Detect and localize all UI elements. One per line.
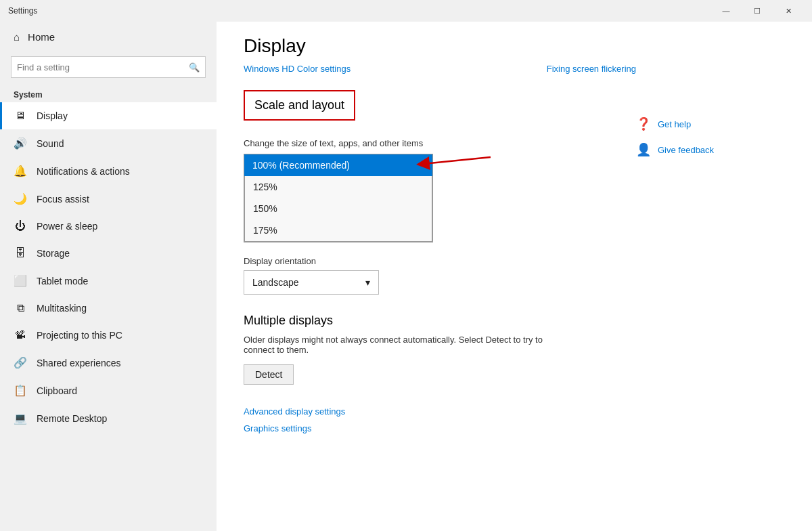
sidebar-item-projecting[interactable]: 📽 Projecting to this PC xyxy=(0,322,217,349)
home-icon: ⌂ xyxy=(14,31,20,43)
multiple-displays-desc: Older displays might not always connect … xyxy=(244,335,555,355)
minimize-button[interactable]: — xyxy=(710,0,742,22)
sidebar-label-display: Display xyxy=(37,110,68,121)
sound-icon: 🔊 xyxy=(14,137,27,150)
scale-section-title: Scale and layout xyxy=(254,98,344,112)
dropdown-option-125[interactable]: 125% xyxy=(245,176,432,198)
storage-icon: 🗄 xyxy=(14,247,27,259)
sidebar-item-shared[interactable]: 🔗 Shared experiences xyxy=(0,349,217,377)
svg-line-0 xyxy=(423,157,491,164)
sidebar-item-power[interactable]: ⏻ Power & sleep xyxy=(0,213,217,240)
projecting-icon: 📽 xyxy=(14,329,27,341)
focus-icon: 🌙 xyxy=(14,192,27,205)
sidebar-label-notifications: Notifications & actions xyxy=(37,166,130,177)
sidebar-item-sound[interactable]: 🔊 Sound xyxy=(0,129,217,157)
sidebar-item-clipboard[interactable]: 📋 Clipboard xyxy=(0,377,217,404)
give-feedback-icon: 👤 xyxy=(636,142,651,157)
window-controls: — ☐ ✕ xyxy=(710,0,804,22)
sidebar-item-remote[interactable]: 💻 Remote Desktop xyxy=(0,404,217,432)
dropdown-option-175[interactable]: 175% xyxy=(245,219,432,241)
detect-button[interactable]: Detect xyxy=(244,364,294,385)
sidebar-item-display[interactable]: 🖥 Display xyxy=(0,102,217,129)
sidebar-item-tablet[interactable]: ⬜ Tablet mode xyxy=(0,267,217,295)
sidebar-label-power: Power & sleep xyxy=(37,221,97,232)
windows-hd-color-link[interactable]: Windows HD Color settings xyxy=(244,64,351,74)
give-feedback-link[interactable]: Give feedback xyxy=(658,145,714,155)
home-label: Home xyxy=(28,31,55,43)
sidebar-label-clipboard: Clipboard xyxy=(37,385,77,396)
right-panel: ❓ Get help 👤 Give feedback xyxy=(636,35,785,504)
sidebar-label-storage: Storage xyxy=(37,248,70,259)
dropdown-list: 125% 150% 175% xyxy=(244,176,432,242)
orientation-label: Display orientation xyxy=(244,256,636,266)
search-box[interactable]: 🔍 xyxy=(11,56,206,78)
scale-section-box: Scale and layout xyxy=(244,90,355,121)
shared-icon: 🔗 xyxy=(14,356,27,369)
search-input[interactable] xyxy=(17,62,185,72)
advanced-display-link[interactable]: Advanced display settings xyxy=(244,406,636,417)
give-feedback-item[interactable]: 👤 Give feedback xyxy=(636,142,785,157)
power-icon: ⏻ xyxy=(14,220,27,232)
sidebar-item-home[interactable]: ⌂ Home xyxy=(0,22,217,52)
maximize-button[interactable]: ☐ xyxy=(742,0,773,22)
sidebar: ⌂ Home 🔍 System 🖥 Display 🔊 Sound 🔔 N xyxy=(0,22,217,531)
multiple-displays-title: Multiple displays xyxy=(244,314,636,328)
main-content: Display Windows HD Color settings Fixing… xyxy=(217,22,812,531)
sidebar-item-focus[interactable]: 🌙 Focus assist xyxy=(0,185,217,213)
sidebar-label-shared: Shared experiences xyxy=(37,358,121,368)
sidebar-label-projecting: Projecting to this PC xyxy=(37,330,122,341)
tablet-icon: ⬜ xyxy=(14,274,27,287)
get-help-item[interactable]: ❓ Get help xyxy=(636,116,785,131)
get-help-icon: ❓ xyxy=(636,116,651,131)
graphics-settings-link[interactable]: Graphics settings xyxy=(244,423,636,433)
sidebar-item-storage[interactable]: 🗄 Storage xyxy=(0,240,217,267)
orientation-selected-value: Landscape xyxy=(252,277,299,288)
title-bar: Settings — ☐ ✕ xyxy=(0,0,812,22)
sidebar-label-remote: Remote Desktop xyxy=(37,413,107,424)
search-icon: 🔍 xyxy=(189,62,200,72)
get-help-link[interactable]: Get help xyxy=(658,119,691,129)
clipboard-icon: 📋 xyxy=(14,384,27,397)
orientation-select[interactable]: Landscape ▾ xyxy=(244,270,379,295)
sidebar-section-header: System xyxy=(0,85,217,102)
fixing-screen-link[interactable]: Fixing screen flickering xyxy=(547,64,636,74)
page-title: Display xyxy=(244,35,636,57)
scale-description: Change the size of text, apps, and other… xyxy=(244,138,636,148)
close-button[interactable]: ✕ xyxy=(773,0,804,22)
sidebar-label-tablet: Tablet mode xyxy=(37,276,88,286)
dropdown-option-150[interactable]: 150% xyxy=(245,198,432,219)
top-links: Windows HD Color settings Fixing screen … xyxy=(244,64,636,74)
scale-dropdown[interactable]: 100% (Recommended) 125% 150% 175% xyxy=(244,154,433,242)
multitasking-icon: ⧉ xyxy=(14,302,27,314)
sidebar-label-focus: Focus assist xyxy=(37,194,89,205)
sidebar-item-notifications[interactable]: 🔔 Notifications & actions xyxy=(0,157,217,185)
window-title: Settings xyxy=(8,6,37,16)
sidebar-label-sound: Sound xyxy=(37,138,64,149)
dropdown-selected-option[interactable]: 100% (Recommended) xyxy=(244,154,432,176)
sidebar-item-multitasking[interactable]: ⧉ Multitasking xyxy=(0,295,217,322)
remote-icon: 💻 xyxy=(14,412,27,425)
bottom-links: Advanced display settings Graphics setti… xyxy=(244,406,636,433)
dropdown-open[interactable]: 100% (Recommended) 125% 150% 175% xyxy=(244,154,433,242)
notifications-icon: 🔔 xyxy=(14,165,27,177)
display-icon: 🖥 xyxy=(14,110,27,122)
sidebar-label-multitasking: Multitasking xyxy=(37,303,87,314)
chevron-down-icon: ▾ xyxy=(365,277,370,288)
